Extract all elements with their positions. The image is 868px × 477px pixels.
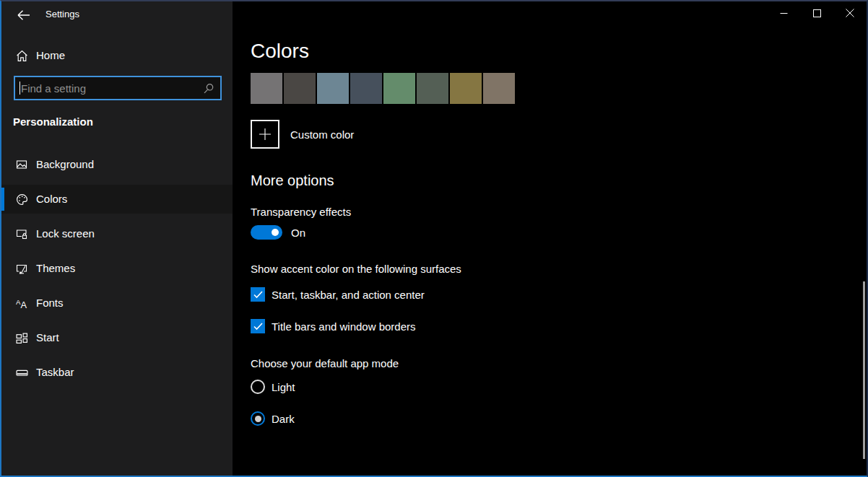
radio-label: Dark: [272, 413, 295, 425]
maximize-icon: [813, 9, 821, 17]
color-swatch[interactable]: [251, 73, 282, 104]
minimize-button[interactable]: [767, 1, 800, 25]
sidebar-item-label: Colors: [36, 193, 67, 205]
image-icon: [16, 159, 27, 170]
custom-color-button[interactable]: [251, 120, 279, 149]
minimize-icon: [780, 9, 788, 17]
close-button[interactable]: [833, 1, 867, 25]
sidebar-item-label: Lock screen: [36, 227, 95, 240]
settings-window: Settings Home Personalization: [0, 0, 868, 477]
sidebar-item-lock-screen[interactable]: Lock screen: [1, 219, 233, 248]
color-swatch[interactable]: [450, 73, 482, 104]
checkbox-checked: [251, 319, 265, 333]
radio-checked: [251, 411, 265, 426]
vertical-scrollbar-thumb[interactable]: [863, 281, 865, 459]
sidebar-item-label: Fonts: [36, 297, 64, 309]
sidebar-item-label: Themes: [36, 262, 75, 274]
accent-color-swatches: [251, 73, 515, 104]
window-controls: [767, 1, 867, 25]
radio-light-mode[interactable]: Light: [251, 380, 295, 394]
color-swatch[interactable]: [417, 73, 448, 104]
more-options-heading: More options: [251, 172, 334, 189]
selection-accent-bar: [1, 188, 4, 211]
sidebar-item-home[interactable]: Home: [1, 43, 233, 68]
app-title: Settings: [45, 9, 79, 19]
text-cursor: [19, 82, 20, 95]
sidebar: Settings Home Personalization: [1, 1, 233, 476]
app-mode-label: Choose your default app mode: [251, 357, 399, 369]
color-swatch[interactable]: [350, 73, 382, 104]
sidebar-item-label: Background: [36, 158, 94, 170]
checkmark-icon: [253, 323, 263, 331]
sidebar-item-background[interactable]: Background: [1, 150, 233, 179]
color-swatch[interactable]: [284, 73, 316, 104]
sidebar-item-label: Home: [36, 49, 65, 61]
maximize-button[interactable]: [800, 1, 833, 25]
accent-surfaces-label: Show accent color on the following surfa…: [251, 263, 461, 275]
svg-text:A: A: [20, 299, 27, 310]
search-input[interactable]: [15, 77, 220, 99]
search-icon: [203, 83, 214, 95]
toggle-state-label: On: [291, 227, 305, 239]
checkbox-checked: [251, 287, 265, 302]
home-icon: [16, 50, 28, 62]
transparency-toggle[interactable]: [251, 225, 282, 240]
sidebar-item-label: Start: [36, 331, 59, 343]
page-title: Colors: [251, 40, 309, 63]
start-tiles-icon: [16, 332, 28, 344]
back-button[interactable]: [12, 6, 36, 25]
palette-icon: [16, 193, 28, 206]
checkbox-label: Title bars and window borders: [272, 320, 416, 333]
toggle-knob: [272, 229, 279, 236]
taskbar-icon: [16, 367, 28, 379]
checkbox-start-taskbar-action-center[interactable]: Start, taskbar, and action center: [251, 287, 425, 302]
section-title: Personalization: [13, 115, 93, 128]
lock-screen-icon: [16, 228, 27, 240]
sidebar-item-fonts[interactable]: A A Fonts: [1, 289, 233, 318]
transparency-label: Transparency effects: [251, 206, 351, 218]
fonts-icon: A A: [16, 297, 28, 310]
sidebar-item-taskbar[interactable]: Taskbar: [1, 358, 233, 387]
custom-color-label: Custom color: [290, 128, 354, 141]
search-box: [14, 76, 222, 100]
close-icon: [846, 9, 854, 17]
checkbox-label: Start, taskbar, and action center: [272, 289, 425, 301]
back-arrow-icon: [17, 10, 30, 20]
themes-icon: [16, 263, 27, 274]
radio-label: Light: [272, 381, 295, 393]
radio-dot: [255, 416, 261, 422]
checkmark-icon: [253, 291, 263, 299]
sidebar-item-label: Taskbar: [36, 366, 74, 378]
plus-icon: [259, 128, 272, 141]
sidebar-item-colors[interactable]: Colors: [1, 185, 233, 214]
custom-color-row: Custom color: [251, 120, 354, 149]
radio-unchecked: [251, 380, 265, 394]
color-swatch[interactable]: [483, 73, 515, 104]
sidebar-item-start[interactable]: Start: [1, 323, 233, 352]
sidebar-item-themes[interactable]: Themes: [1, 254, 233, 283]
color-swatch[interactable]: [383, 73, 415, 104]
color-swatch[interactable]: [317, 73, 349, 104]
radio-dark-mode[interactable]: Dark: [251, 411, 295, 426]
checkbox-title-bars-window-borders[interactable]: Title bars and window borders: [251, 319, 416, 333]
